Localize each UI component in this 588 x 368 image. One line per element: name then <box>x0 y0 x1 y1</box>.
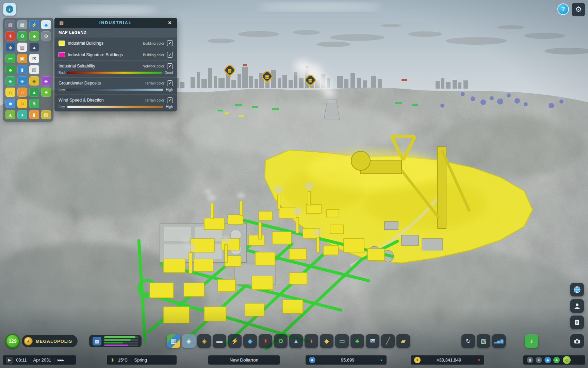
money-icon: ¢ <box>414 357 421 363</box>
speed-control[interactable]: ▶▶▶ <box>58 358 64 362</box>
map-marker[interactable]: ▦ <box>261 72 273 86</box>
globe-icon <box>573 286 581 294</box>
progression-pill[interactable]: ★ MEGALOPOLIS <box>22 335 78 347</box>
map-marker[interactable]: ▦ <box>304 75 316 90</box>
garbage-tool[interactable]: ♻ <box>274 334 288 348</box>
infoview-administration[interactable]: ▥ <box>17 43 27 52</box>
city-title: MEGALOPOLIS <box>36 339 72 344</box>
infoview-recreation[interactable]: ♣ <box>5 65 15 74</box>
parks-tool[interactable]: ♣ <box>350 334 364 348</box>
water-indicator[interactable]: ◆ <box>544 357 551 363</box>
info-button[interactable]: i <box>3 3 16 16</box>
population-segment[interactable]: ☻ 95,699 ▲ <box>306 355 387 365</box>
infoview-nature[interactable]: ▲ <box>5 110 15 119</box>
camera-icon <box>573 337 581 345</box>
infoview-resources[interactable]: ◈ <box>29 76 39 86</box>
legend-checkbox[interactable]: ✓ <box>167 80 173 86</box>
infoview-agriculture[interactable]: ♣ <box>41 88 51 97</box>
infoview-meters[interactable]: ▥ <box>5 20 15 29</box>
garbage-indicator[interactable]: ▮ <box>527 357 533 363</box>
happiness-indicator[interactable]: ☺ <box>563 356 571 364</box>
infoview-tourism[interactable]: ▣ <box>17 54 27 63</box>
infoview-police[interactable]: ◆ <box>5 43 15 52</box>
infoview-wildlife[interactable]: ♦ <box>17 110 27 119</box>
legend-checkbox[interactable]: ✓ <box>167 63 173 69</box>
communications-tool[interactable]: ✉ <box>366 334 379 348</box>
photo-camera-button[interactable] <box>570 334 584 348</box>
demolish-tool[interactable]: ▰ <box>396 334 410 348</box>
infoview-media[interactable]: ▤ <box>29 65 39 74</box>
infoview-garbage[interactable]: ♻ <box>17 31 27 41</box>
chirper-button[interactable]: ♪ <box>525 334 538 348</box>
milestone-widget[interactable]: ▦ <box>89 335 142 347</box>
legend-row-groundwater: Groundwater Deposits Terrain color ✓ Low… <box>54 77 177 94</box>
temperature: 15°C <box>118 357 128 363</box>
help-button[interactable]: ? <box>557 3 569 15</box>
infoview-happiness[interactable]: ☺ <box>17 99 27 108</box>
roads-tool[interactable]: ▬ <box>213 334 226 348</box>
level-badge[interactable]: 129 <box>5 334 20 348</box>
person-button[interactable] <box>570 299 584 313</box>
map-button[interactable]: ▧ <box>477 334 490 348</box>
infoview-ore[interactable]: ◈ <box>41 76 51 86</box>
infoview-oil[interactable]: ▮ <box>29 110 39 119</box>
infoview-citizens[interactable]: ☻ <box>5 99 15 108</box>
healthcare-tool[interactable]: + <box>305 334 318 348</box>
marker-pointer <box>309 86 312 88</box>
scale-high-label: High <box>166 105 173 109</box>
infoview-minerals[interactable]: ▤ <box>41 110 51 119</box>
infoview-electricity[interactable]: ⚡ <box>29 20 39 29</box>
gear-icon: ⚙ <box>575 5 582 14</box>
map-overlay-tool[interactable]: ◈ <box>197 334 211 348</box>
infoview-zoning[interactable]: ⌂ <box>17 88 27 97</box>
zoning-tool[interactable]: ▦ <box>167 334 180 348</box>
photo-mode-button[interactable]: ↻ <box>461 334 475 348</box>
infoview-commerce[interactable]: ▮ <box>17 65 27 74</box>
parks-indicator[interactable]: ♣ <box>553 357 560 363</box>
journal-button[interactable] <box>570 316 584 329</box>
statistics-button[interactable]: ▂▅▇ <box>492 334 506 348</box>
settings-button[interactable]: ⚙ <box>572 3 585 16</box>
money-segment[interactable]: ¢ ¢38,341,849 ▼ <box>411 355 484 365</box>
infoview-terrain[interactable]: ◈ <box>5 76 15 86</box>
map-marker[interactable]: ▦ <box>224 65 236 80</box>
legend-checkbox[interactable]: ✓ <box>167 52 173 58</box>
infoview-land-value[interactable]: ⌂ <box>5 88 15 97</box>
chirper-icon: ♪ <box>530 338 533 344</box>
disasters-tool[interactable]: ☀ <box>259 334 272 348</box>
legend-checkbox[interactable]: ✓ <box>167 40 173 46</box>
infoview-parks[interactable]: ♣ <box>29 31 39 41</box>
landscaping-tool[interactable]: ╱ <box>381 334 395 348</box>
infoview-maintenance[interactable]: ⚙ <box>41 31 51 41</box>
crate-icon: ▦ <box>265 74 269 79</box>
infoview-transportation[interactable]: ▭ <box>5 54 15 63</box>
legend-checkbox[interactable]: ✓ <box>167 97 173 103</box>
infoview-wealth[interactable]: $ <box>29 99 39 108</box>
electricity-tool[interactable]: ⚡ <box>228 334 242 348</box>
education-tool[interactable]: ▲ <box>289 334 303 348</box>
milestone-bar-track <box>104 339 138 341</box>
infoview-education[interactable]: ▲ <box>29 43 39 52</box>
infoview-pollution[interactable]: ☀ <box>5 31 15 41</box>
money-value: ¢38,341,849 <box>424 357 474 363</box>
scale-low-label: Low <box>59 105 65 109</box>
play-button[interactable]: ▶ <box>6 357 13 364</box>
police-tool[interactable]: ◆ <box>320 334 333 348</box>
legend-label: Industrial Suitability <box>59 64 140 68</box>
scale-high-label: Good <box>165 71 173 75</box>
infoview-communications[interactable]: ✉ <box>29 54 39 63</box>
transportation-tool[interactable]: ▭ <box>335 334 349 348</box>
milestone-bar <box>104 342 123 343</box>
infoview-production[interactable]: ▦ <box>17 20 27 29</box>
divider <box>54 357 54 363</box>
close-icon[interactable]: × <box>165 18 174 27</box>
city-name-segment[interactable]: New Dollarton <box>208 355 280 365</box>
infoview-legend-tool[interactable]: ◈ <box>182 334 196 348</box>
globe-button[interactable] <box>570 283 584 296</box>
infoview-statistics[interactable]: ▲ <box>29 88 39 97</box>
info-icon: i <box>6 5 13 13</box>
water-tool[interactable]: ◆ <box>243 334 257 348</box>
infoview-water[interactable]: ◆ <box>41 20 51 29</box>
infoview-groundwater[interactable]: ◈ <box>17 76 27 86</box>
maintenance-indicator[interactable]: ★ <box>536 357 542 363</box>
